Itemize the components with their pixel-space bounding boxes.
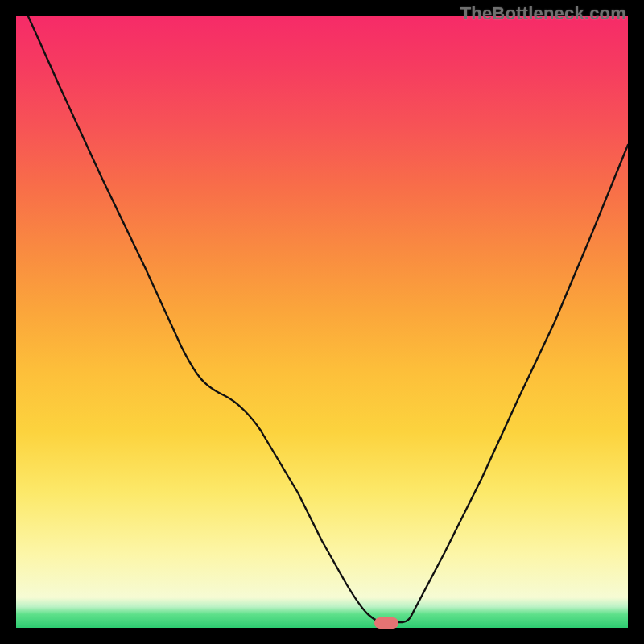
series-path [28, 16, 628, 622]
chart-frame: TheBottleneck.com [0, 0, 644, 644]
plot-area [16, 16, 628, 628]
optimal-marker [374, 617, 398, 629]
chart-curve [16, 16, 628, 628]
watermark-text: TheBottleneck.com [460, 3, 626, 24]
